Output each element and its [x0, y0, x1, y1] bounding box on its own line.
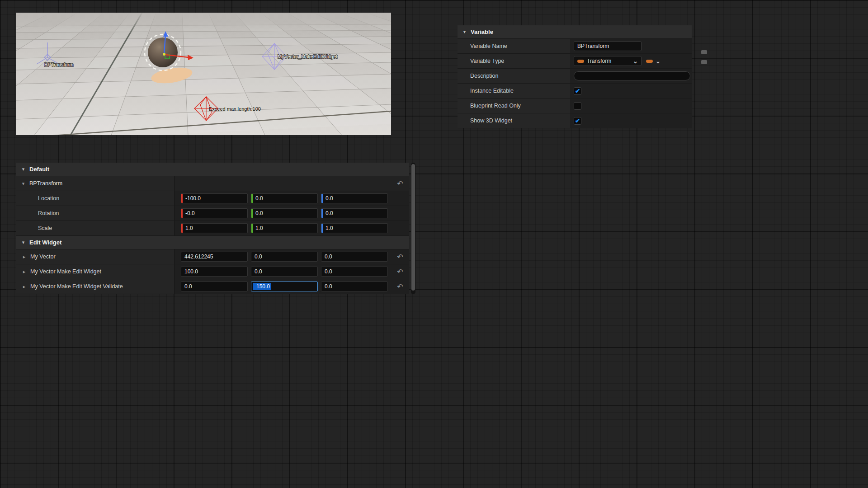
my-vector-z-field[interactable]: 0.0: [321, 252, 388, 262]
expand-triangle-icon[interactable]: ▸: [22, 269, 27, 274]
check-icon: ✔: [575, 117, 580, 124]
make-edit-widget-y-field[interactable]: 0.0: [251, 267, 318, 277]
default-category-header[interactable]: ▾ Default: [16, 163, 409, 176]
location-label: Location: [38, 195, 59, 202]
make-edit-widget-y-value: 0.0: [251, 268, 262, 275]
rotation-x-field[interactable]: -0.0: [181, 208, 248, 218]
variable-details-panel: ▾ Variable Variable Name BPTransform Var…: [458, 25, 692, 128]
bptransform-widget-label: BPTransform: [44, 62, 73, 67]
description-row: Description: [458, 69, 692, 84]
scale-z-field[interactable]: 1.0: [321, 223, 388, 233]
validate-x-value: 0.0: [181, 283, 192, 290]
expand-triangle-icon[interactable]: ▸: [22, 254, 27, 259]
instance-editable-row: Instance Editable ✔: [458, 84, 692, 99]
my-vector-make-edit-widget-label: My Vector Make Edit Widget: [30, 268, 101, 275]
rotation-z-field[interactable]: 0.0: [321, 208, 388, 218]
make-edit-widget-x-value: 100.0: [181, 268, 198, 275]
collapse-triangle-icon[interactable]: ▾: [21, 181, 26, 186]
scale-row: Scale 1.0 1.0 1.0: [16, 221, 409, 236]
validate-z-value: 0.0: [321, 283, 332, 290]
location-z-value: 0.0: [323, 195, 333, 202]
my-vector-make-edit-widget-validate-row: ▸ My Vector Make Edit Widget Validate 0.…: [16, 279, 409, 294]
my-vector-y-field[interactable]: 0.0: [251, 252, 318, 262]
validate-y-value-selected: 150.0: [253, 283, 271, 290]
make-edit-widget-x-field[interactable]: 100.0: [181, 267, 248, 277]
variable-type-row: Variable Type Transform ⌄ ⌄: [458, 54, 692, 69]
variable-section-header[interactable]: ▾ Variable: [458, 25, 692, 39]
make-edit-widget-z-value: 0.0: [321, 268, 332, 275]
revert-icon[interactable]: ↶: [396, 179, 405, 188]
rotation-x-value: -0.0: [183, 210, 195, 216]
my-vector-row: ▸ My Vector 442.612245 0.0 0.0 ↶: [16, 249, 409, 264]
edit-widget-category-title: Edit Widget: [29, 239, 61, 246]
location-row: Location -100.0 0.0 0.0: [16, 191, 409, 206]
expand-triangle-icon[interactable]: ▸: [22, 284, 27, 289]
distance-fog: [16, 13, 391, 35]
scale-y-field[interactable]: 1.0: [251, 223, 318, 233]
show-3d-widget-checkbox[interactable]: ✔: [574, 117, 581, 125]
default-category-title: Default: [29, 166, 49, 173]
scale-x-field[interactable]: 1.0: [181, 223, 248, 233]
validate-x-field[interactable]: 0.0: [181, 282, 248, 291]
instance-editable-label: Instance Editable: [458, 84, 571, 98]
instance-editable-checkbox[interactable]: ✔: [574, 87, 581, 95]
scale-x-value: 1.0: [183, 225, 193, 231]
my-vector-x-field[interactable]: 442.612245: [181, 252, 248, 262]
details-scrollbar-thumb[interactable]: [411, 164, 415, 291]
rotation-y-field[interactable]: 0.0: [251, 208, 318, 218]
scale-y-value: 1.0: [253, 225, 263, 231]
my-vector-y-value: 0.0: [251, 253, 262, 260]
my-vector-z-value: 0.0: [321, 253, 332, 260]
rotation-row: Rotation -0.0 0.0 0.0: [16, 206, 409, 221]
viewport-preview[interactable]: BPTransform MyVector_MakeEditWidget: [16, 13, 391, 135]
viewport-3d-scene: BPTransform MyVector_MakeEditWidget: [16, 13, 391, 135]
collapse-triangle-icon: ▾: [21, 167, 26, 172]
chevron-down-icon: ⌄: [633, 58, 638, 64]
collapse-triangle-icon: ▾: [462, 29, 467, 34]
bptransform-property-row: ▾ BPTransform ↶: [16, 176, 409, 191]
bptransform-property-label: BPTransform: [29, 180, 62, 187]
edit-widget-category-header[interactable]: ▾ Edit Widget: [16, 236, 409, 249]
location-y-value: 0.0: [253, 195, 263, 202]
rotation-label: Rotation: [38, 210, 59, 216]
defaults-details-panel: ▾ Default ▾ BPTransform ↶ Location -100.…: [16, 163, 409, 294]
validate-y-field[interactable]: 150.0: [251, 282, 318, 291]
rotation-y-value: 0.0: [253, 210, 263, 216]
container-type-dropdown[interactable]: ⌄: [646, 58, 660, 64]
variable-name-label: Variable Name: [458, 39, 571, 53]
my-vector-make-edit-widget-row: ▸ My Vector Make Edit Widget 100.0 0.0 0…: [16, 264, 409, 279]
blueprint-graph-background[interactable]: BPTransform MyVector_MakeEditWidget: [0, 0, 868, 488]
revert-icon[interactable]: ↶: [396, 282, 405, 291]
my-vector-make-edit-widget-validate-label: My Vector Make Edit Widget Validate: [30, 283, 123, 290]
container-type-pill-icon: [646, 60, 653, 63]
make-edit-widget-z-field[interactable]: 0.0: [321, 267, 388, 277]
details-scrollbar-track[interactable]: [411, 163, 415, 294]
preview-sphere[interactable]: [148, 38, 178, 67]
variable-name-row: Variable Name BPTransform: [458, 39, 692, 54]
description-label: Description: [458, 69, 571, 83]
my-vector-label: My Vector: [30, 253, 56, 260]
location-x-value: -100.0: [183, 195, 201, 202]
revert-icon[interactable]: ↶: [396, 252, 405, 261]
myvector-widget-label: MyVector_MakeEditWidget: [278, 54, 337, 59]
description-input[interactable]: [574, 71, 690, 80]
validate-z-field[interactable]: 0.0: [321, 282, 388, 291]
show-3d-widget-row: Show 3D Widget ✔: [458, 113, 692, 128]
location-z-field[interactable]: 0.0: [321, 193, 388, 203]
variable-name-value: BPTransform: [577, 43, 609, 49]
variable-type-dropdown[interactable]: Transform ⌄: [574, 56, 642, 66]
blueprint-read-only-label: Blueprint Read Only: [458, 99, 571, 113]
location-y-field[interactable]: 0.0: [251, 193, 318, 203]
chevron-down-icon: ⌄: [656, 58, 660, 64]
scale-z-value: 1.0: [323, 225, 333, 231]
background-artifact: [701, 60, 707, 64]
revert-icon[interactable]: ↶: [396, 267, 405, 276]
blueprint-read-only-checkbox[interactable]: [574, 102, 581, 110]
variable-name-input[interactable]: BPTransform: [574, 41, 642, 51]
rotation-z-value: 0.0: [323, 210, 333, 216]
background-artifact: [701, 50, 707, 54]
gizmo-origin-dot[interactable]: [163, 53, 165, 56]
collapse-triangle-icon: ▾: [21, 240, 26, 245]
location-x-field[interactable]: -100.0: [181, 193, 248, 203]
blueprint-read-only-row: Blueprint Read Only: [458, 99, 692, 113]
